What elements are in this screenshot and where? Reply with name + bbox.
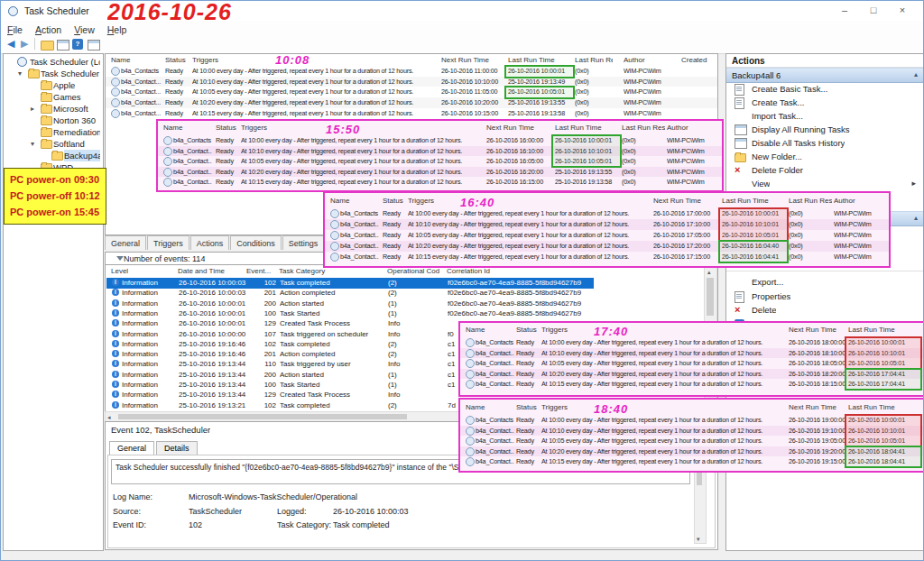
column-header-last[interactable]: Last Run Time [848, 326, 919, 334]
expander-icon[interactable]: ▸ [31, 103, 34, 115]
column-header-status[interactable]: Status [383, 197, 408, 205]
task-row[interactable]: b4a_Contact...ReadyAt 10:05 every day - … [106, 87, 717, 97]
column-header-status[interactable]: Status [516, 403, 541, 411]
menu-help[interactable]: Help [101, 23, 134, 36]
action-item-display-all-running-tasks[interactable]: Display All Running Tasks [726, 123, 923, 136]
console-window-icon[interactable] [57, 40, 69, 51]
tree-item-norton-360[interactable]: Norton 360 [5, 115, 100, 126]
column-header-name[interactable]: Name [330, 197, 379, 205]
column-header-cat[interactable]: Task Category [279, 267, 385, 275]
column-header-trigger[interactable]: Triggers [408, 197, 651, 205]
filter-icon[interactable] [116, 256, 124, 261]
column-header-trigger[interactable]: Triggers [192, 56, 439, 64]
column-header-name[interactable]: Name [466, 326, 514, 334]
action-item-create-task-[interactable]: Create Task... [726, 96, 923, 109]
history-row[interactable]: iInformation26-10-2016 10:00:01100Task S… [106, 308, 715, 319]
column-header-next[interactable]: Next Run Time [486, 124, 551, 132]
column-header-name[interactable]: Name [466, 403, 514, 411]
column-header-author[interactable]: Author [624, 56, 676, 64]
column-header-result[interactable]: Last Run Result [622, 124, 665, 132]
history-row[interactable]: iInformation26-10-2016 10:00:01200Action… [106, 299, 715, 309]
column-header-date[interactable]: Date and Time [178, 267, 248, 275]
minimize-button[interactable]: – [831, 4, 858, 18]
action-pane-icon[interactable] [88, 40, 100, 51]
column-header-op[interactable]: Operational Code [387, 267, 439, 275]
menu-action[interactable]: Action [29, 23, 68, 36]
tab-triggers[interactable]: Triggers [147, 235, 189, 250]
tab-actions[interactable]: Actions [190, 235, 230, 250]
tree-item-remediation[interactable]: Remediation [5, 126, 100, 138]
actions-section-header[interactable]: Backup4all 6 ▴ [726, 68, 923, 83]
column-header-status[interactable]: Status [516, 326, 541, 334]
action-item-properties[interactable]: Properties [726, 290, 923, 303]
column-header-name[interactable]: Name [111, 56, 162, 64]
tree-item-task-scheduler-library[interactable]: ▾Task Scheduler Library [5, 68, 100, 79]
menu-file[interactable]: File [1, 23, 29, 36]
column-header-author[interactable]: Author [667, 124, 717, 132]
action-item-disable-all-tasks-history[interactable]: Disable All Tasks History [726, 136, 923, 150]
column-header-next[interactable]: Next Run Time [441, 56, 504, 64]
column-header-created[interactable]: Created [681, 56, 714, 64]
back-icon[interactable]: ◀ [7, 38, 14, 50]
column-header-corr[interactable]: Correlation Id [447, 267, 589, 275]
task-row[interactable]: b4a_Contact...ReadyAt 10:20 every day - … [106, 97, 717, 108]
column-header-level[interactable]: Level [111, 267, 176, 275]
tree-item-games[interactable]: Games [5, 91, 100, 103]
column-header-trigger[interactable]: Triggers [241, 124, 485, 132]
maximize-button[interactable]: □ [860, 4, 887, 18]
collapse-icon[interactable]: ▴ [914, 214, 918, 222]
tree-item-microsoft[interactable]: ▸Microsoft [5, 103, 100, 115]
column-header-next[interactable]: Next Run Time [789, 403, 845, 411]
task-row[interactable]: b4a_Contact...ReadyAt 10:10 every day - … [106, 77, 717, 87]
scroll-down-icon[interactable]: ▾ [697, 535, 700, 543]
action-item-delete-folder[interactable]: ×Delete Folder [726, 163, 923, 177]
scroll-left-icon[interactable]: ◂ [107, 413, 111, 421]
action-item-export-[interactable]: Export... [726, 275, 923, 289]
tree-item-apple[interactable]: Apple [5, 79, 100, 91]
column-header-result[interactable]: Last Run Result [575, 56, 613, 64]
task-row[interactable]: b4a_Contact...ReadyAt 10:15 every day - … [106, 108, 717, 119]
column-header-name[interactable]: Name [163, 124, 212, 132]
scroll-thumb[interactable] [707, 278, 714, 316]
collapse-icon[interactable]: ▴ [914, 70, 918, 78]
event-tab-details[interactable]: Details [156, 441, 198, 455]
scroll-up-icon[interactable]: ▴ [707, 268, 711, 276]
task-row[interactable]: b4a_ContactsReadyAt 10:00 every day - Af… [106, 66, 717, 77]
forward-icon[interactable]: ▶ [21, 38, 28, 50]
last-cell: 26-10-2016 10:10:01 [555, 147, 618, 155]
tab-general[interactable]: General [105, 235, 146, 250]
column-header-last[interactable]: Last Run Time [848, 403, 919, 411]
column-header-last[interactable]: Last Run Time [555, 124, 618, 132]
tab-settings[interactable]: Settings [282, 235, 325, 250]
expander-icon[interactable]: ▾ [31, 138, 34, 150]
column-header-next[interactable]: Next Run Time [653, 197, 718, 205]
action-item-create-basic-task-[interactable]: Create Basic Task... [726, 82, 923, 96]
column-header-trigger[interactable]: Triggers [541, 403, 787, 411]
column-header-trigger[interactable]: Triggers [541, 326, 787, 334]
export-folder-icon[interactable] [41, 41, 54, 51]
action-item-delete[interactable]: ×Delete [726, 303, 923, 317]
action-item-view[interactable]: View▸ [726, 177, 923, 190]
column-header-eid[interactable]: Event... [246, 267, 275, 275]
help-icon[interactable]: ? [72, 39, 83, 50]
tab-conditions[interactable]: Conditions [230, 235, 282, 250]
expander-icon[interactable]: ▾ [18, 68, 22, 79]
action-item-new-folder-[interactable]: New Folder... [726, 150, 923, 163]
history-row[interactable]: iInformation26-10-2016 10:00:03102Task c… [106, 278, 594, 289]
column-header-next[interactable]: Next Run Time [789, 326, 845, 334]
tree-item-softland[interactable]: ▾Softland [5, 138, 100, 150]
column-header-last[interactable]: Last Run Time [722, 197, 785, 205]
scroll-thumb[interactable] [118, 414, 407, 419]
event-tab-general[interactable]: General [109, 441, 154, 455]
close-button[interactable]: × [889, 4, 916, 18]
history-row[interactable]: iInformation26-10-2016 10:00:03201Action… [106, 288, 715, 299]
menu-view[interactable]: View [68, 23, 101, 36]
column-header-last[interactable]: Last Run Time [508, 56, 571, 64]
column-header-status[interactable]: Status [216, 124, 241, 132]
tree-item-backup4all-6[interactable]: Backup4all 6 [5, 150, 100, 161]
tree-item-task-scheduler-local-[interactable]: Task Scheduler (Local) [5, 56, 100, 68]
column-header-result[interactable]: Last Run Result [789, 197, 832, 205]
column-header-author[interactable]: Author [834, 197, 884, 205]
action-item-import-task-[interactable]: Import Task... [726, 109, 923, 123]
column-header-status[interactable]: Status [165, 56, 190, 64]
